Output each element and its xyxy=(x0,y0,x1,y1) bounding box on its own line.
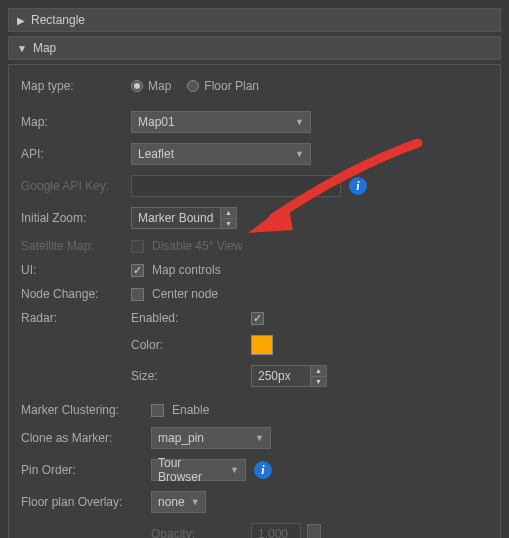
map-select[interactable]: Map01 ▼ xyxy=(131,111,311,133)
opacity-slider xyxy=(307,524,321,538)
initial-zoom-label: Initial Zoom: xyxy=(21,211,131,225)
node-change-checkbox[interactable] xyxy=(131,288,144,301)
satellite-label: Satellite Map: xyxy=(21,239,131,253)
satellite-checkbox xyxy=(131,240,144,253)
caret-down-icon: ▼ xyxy=(255,433,264,443)
radio-dot-icon xyxy=(187,80,199,92)
caret-down-icon: ▼ xyxy=(230,465,239,475)
radio-label: Map xyxy=(148,79,171,93)
radio-floor-plan[interactable]: Floor Plan xyxy=(187,79,259,93)
info-icon[interactable]: i xyxy=(254,461,272,479)
map-select-value: Map01 xyxy=(138,115,175,129)
collapse-icon: ▼ xyxy=(17,43,27,54)
info-icon[interactable]: i xyxy=(349,177,367,195)
section-header-map[interactable]: ▼ Map xyxy=(8,36,501,60)
overlay-select[interactable]: none ▼ xyxy=(151,491,206,513)
section-title: Map xyxy=(33,41,56,55)
opacity-numbox xyxy=(251,523,301,538)
pin-order-select[interactable]: Tour Browser ▼ xyxy=(151,459,246,481)
caret-down-icon: ▼ xyxy=(295,149,304,159)
radar-size-label: Size: xyxy=(131,369,251,383)
section-header-rectangle[interactable]: ▶ Rectangle xyxy=(8,8,501,32)
initial-zoom-stepper[interactable]: ▲ ▼ xyxy=(131,207,237,229)
clone-marker-value: map_pin xyxy=(158,431,204,445)
radar-label: Radar: xyxy=(21,311,131,325)
api-select[interactable]: Leaflet ▼ xyxy=(131,143,311,165)
overlay-value: none xyxy=(158,495,185,509)
api-select-value: Leaflet xyxy=(138,147,174,161)
clustering-checkbox-label: Enable xyxy=(172,403,209,417)
overlay-label: Floor plan Overlay: xyxy=(21,495,151,509)
radio-map[interactable]: Map xyxy=(131,79,171,93)
api-label: API: xyxy=(21,147,131,161)
radar-enabled-checkbox[interactable] xyxy=(251,312,264,325)
stepper-down-icon[interactable]: ▼ xyxy=(221,219,236,229)
google-key-input xyxy=(131,175,341,197)
satellite-checkbox-label: Disable 45° View xyxy=(152,239,243,253)
radar-size-numbox[interactable]: ▲ ▼ xyxy=(251,365,327,387)
map-label: Map: xyxy=(21,115,131,129)
caret-down-icon: ▼ xyxy=(191,497,200,507)
node-change-checkbox-label: Center node xyxy=(152,287,218,301)
stepper-up-icon[interactable]: ▲ xyxy=(221,208,236,219)
expand-icon: ▶ xyxy=(17,15,25,26)
stepper-up-icon[interactable]: ▲ xyxy=(311,366,326,377)
radar-enabled-label: Enabled: xyxy=(131,311,251,325)
ui-checkbox[interactable] xyxy=(131,264,144,277)
clustering-checkbox[interactable] xyxy=(151,404,164,417)
initial-zoom-input[interactable] xyxy=(131,207,221,229)
node-change-label: Node Change: xyxy=(21,287,131,301)
radar-color-label: Color: xyxy=(131,338,251,352)
map-type-label: Map type: xyxy=(21,79,131,93)
opacity-label: Opacity: xyxy=(151,527,251,538)
google-key-label: Google API Key: xyxy=(21,179,131,193)
clustering-label: Marker Clustering: xyxy=(21,403,151,417)
radar-size-input[interactable] xyxy=(251,365,311,387)
stepper-down-icon[interactable]: ▼ xyxy=(311,377,326,387)
clone-marker-label: Clone as Marker: xyxy=(21,431,151,445)
clone-marker-select[interactable]: map_pin ▼ xyxy=(151,427,271,449)
section-title: Rectangle xyxy=(31,13,85,27)
map-section-body: Map type: Map Floor Plan Map: Map01 ▼ xyxy=(8,64,501,538)
radio-dot-icon xyxy=(131,80,143,92)
pin-order-value: Tour Browser xyxy=(158,456,224,484)
caret-down-icon: ▼ xyxy=(295,117,304,127)
radio-label: Floor Plan xyxy=(204,79,259,93)
opacity-input xyxy=(251,523,301,538)
pin-order-label: Pin Order: xyxy=(21,463,151,477)
ui-checkbox-label: Map controls xyxy=(152,263,221,277)
ui-label: UI: xyxy=(21,263,131,277)
radar-color-swatch[interactable] xyxy=(251,335,273,355)
